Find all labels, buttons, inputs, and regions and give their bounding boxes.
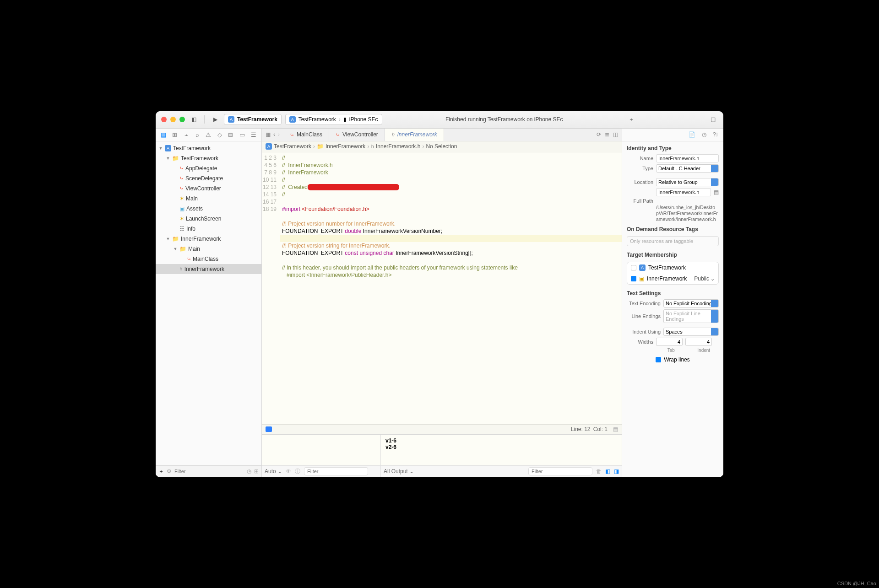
membership-row[interactable]: ▣InnerFrameworkPublic ⌄ [627,273,718,284]
info-icon[interactable]: ⓘ [295,468,300,475]
app-icon: A [266,143,272,150]
code-content[interactable]: //// InnerFramework.h// InnerFramework//… [280,152,622,424]
jump-bar[interactable]: A TestFramework› 📁InnerFramework› hInner… [262,141,622,152]
group-testframework[interactable]: ▼📁TestFramework [156,153,261,163]
console-filter-input[interactable] [528,467,592,475]
tab-viewcontroller[interactable]: ⤿ViewController [329,129,385,141]
identity-section-header: Identity and Type [622,141,723,153]
code-editor[interactable]: 1 2 3 4 5 6 7 8 9 10 11 12 13 14 15 16 1… [262,152,622,424]
add-tab-icon[interactable]: ＋ [626,114,636,124]
editor-area: ▦ ‹ › ⤿MainClass ⤿ViewController hInnerF… [262,129,622,477]
encoding-select[interactable]: No Explicit Encoding [663,299,719,307]
folder-picker-icon[interactable]: ▤ [714,189,719,195]
file-appdelegate[interactable]: ⤿AppDelegate [156,163,261,173]
back-icon[interactable]: ‹ [273,131,275,138]
app-icon: A [228,116,234,123]
scheme-project: TestFramework [237,116,277,123]
file-innerframework-h[interactable]: hInnerFramework [156,264,261,274]
activity-status: Finished running TestFramework on iPhone… [386,116,623,123]
textsettings-section-header: Text Settings [622,286,723,298]
traffic-lights [161,117,185,122]
navigator-panel: ▤ ⊞ ⫠ ⌕ ⚠ ◇ ⊟ ▭ ☰ ▼ATestFramework ▼📁Test… [156,129,262,477]
group-innerframework[interactable]: ▼📁InnerFramework [156,234,261,244]
indent-select[interactable]: Spaces [663,328,719,336]
editor-status-bar: Line: 12 Col: 1 ▤ [262,424,622,434]
lineendings-select[interactable]: No Explicit Line Endings [663,309,719,323]
visibility-select[interactable]: Public ⌄ [694,275,715,282]
device-icon: ▮ [343,116,347,123]
navigator-filter-input[interactable] [174,469,244,474]
location-path: InnerFramework.h [656,188,711,196]
quicklook-icon[interactable]: 👁 [286,468,291,475]
file-info[interactable]: ☷Info [156,224,261,234]
scheme-selector[interactable]: A TestFramework [224,114,282,125]
location-select[interactable]: Relative to Group [656,178,719,186]
project-root[interactable]: ▼ATestFramework [156,143,261,153]
inspector-tabs: 📄 ◷ ?⃝ [622,129,723,141]
panel-left-icon[interactable]: ◧ [605,468,610,475]
adjust-editor-icon[interactable]: ≣ [605,131,609,138]
type-select[interactable]: Default - C Header [656,164,719,173]
split-editor-icon[interactable]: ◫ [613,131,618,138]
source-nav-icon[interactable]: ⊞ [172,131,177,138]
project-nav-icon[interactable]: ▤ [161,131,166,138]
checkbox[interactable] [631,276,636,281]
panel-right-icon[interactable]: ◨ [614,468,619,475]
related-items-icon[interactable]: ▦ [266,131,271,138]
file-scenedelegate[interactable]: ⤿SceneDelegate [156,173,261,183]
sidebar-toggle-icon[interactable]: ◧ [189,114,199,124]
name-field[interactable]: InnerFramework.h [656,154,719,162]
trash-icon[interactable]: 🗑 [596,468,602,475]
report-nav-icon[interactable]: ☰ [251,131,256,138]
console-output[interactable]: v1-6 v2-6 [381,435,622,465]
find-nav-icon[interactable]: ⌕ [195,131,199,138]
navigator-tabs: ▤ ⊞ ⫠ ⌕ ⚠ ◇ ⊟ ▭ ☰ [156,129,261,141]
recent-icon[interactable]: ◷ [247,468,251,475]
variables-filter-input[interactable] [304,467,368,475]
xcode-window: ◧ ▶ A TestFramework A TestFramework › ▮ … [156,111,723,477]
history-inspector-icon[interactable]: ◷ [702,131,706,138]
project-tree: ▼ATestFramework ▼📁TestFramework ⤿AppDele… [156,141,261,465]
help-inspector-icon[interactable]: ?⃝ [713,131,718,138]
group-main[interactable]: ▼📁Main [156,244,261,254]
run-button[interactable]: ▶ [210,114,220,124]
issue-nav-icon[interactable]: ⚠ [206,131,211,138]
breakpoint-nav-icon[interactable]: ▭ [239,131,245,138]
file-launchscreen[interactable]: ✶LaunchScreen [156,214,261,224]
watermark: CSDN @JH_Cao [837,581,876,586]
ondemand-input: Only resources are taggable [627,236,719,246]
file-mainclass[interactable]: ⤿MainClass [156,254,261,264]
file-viewcontroller[interactable]: ⤿ViewController [156,183,261,194]
scope-icon[interactable] [266,426,272,432]
add-icon[interactable]: ＋ [158,468,164,475]
scm-icon[interactable]: ⊞ [254,468,259,475]
file-inspector-icon[interactable]: 📄 [689,131,695,138]
filter-icon[interactable]: ⚙ [167,468,172,475]
redacted-block [308,184,399,190]
scheme-target[interactable]: A TestFramework › ▮ iPhone SEc [285,114,382,125]
minimap-toggle-icon[interactable]: ▤ [613,426,618,432]
debug-nav-icon[interactable]: ⊟ [228,131,233,138]
cursor-col: Col: 1 [593,426,608,432]
file-assets[interactable]: ▣Assets [156,204,261,214]
output-selector[interactable]: All Output ⌄ [384,468,414,475]
auto-selector[interactable]: Auto ⌄ [265,468,282,475]
line-gutter: 1 2 3 4 5 6 7 8 9 10 11 12 13 14 15 16 1… [262,152,280,424]
close-button[interactable] [161,117,167,122]
minimize-button[interactable] [170,117,176,122]
membership-row[interactable]: ATestFramework [627,262,718,273]
tab-width-field[interactable] [656,338,683,346]
forward-icon[interactable]: › [278,131,280,138]
cursor-line: Line: 12 [571,426,591,432]
tab-innerframework[interactable]: hInnerFramework [385,129,444,141]
test-nav-icon[interactable]: ◇ [217,131,222,138]
checkbox[interactable] [631,265,636,270]
refresh-icon[interactable]: ⟳ [597,131,601,138]
wrap-checkbox[interactable] [656,357,661,362]
indent-width-field[interactable] [685,338,712,346]
library-icon[interactable]: ◫ [708,114,718,124]
symbol-nav-icon[interactable]: ⫠ [184,131,190,138]
tab-mainclass[interactable]: ⤿MainClass [283,129,329,141]
zoom-button[interactable] [179,117,185,122]
file-main[interactable]: ✶Main [156,194,261,204]
